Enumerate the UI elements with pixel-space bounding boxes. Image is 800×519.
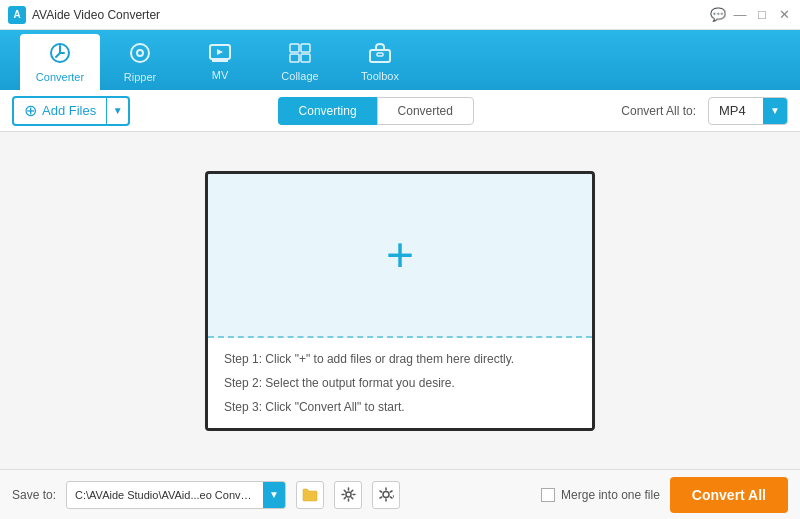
- nav-label-collage: Collage: [281, 70, 318, 82]
- merge-label: Merge into one file: [561, 488, 660, 502]
- save-to-label: Save to:: [12, 488, 56, 502]
- nav-item-ripper[interactable]: Ripper: [100, 34, 180, 90]
- step-3-text: Step 3: Click "Convert All" to start.: [224, 398, 576, 416]
- merge-checkbox[interactable]: [541, 488, 555, 502]
- nav-label-toolbox: Toolbox: [361, 70, 399, 82]
- nav-bar: Converter Ripper MV: [0, 30, 800, 90]
- convert-all-button[interactable]: Convert All: [670, 477, 788, 513]
- drop-zone[interactable]: + Step 1: Click "+" to add files or drag…: [205, 171, 595, 431]
- svg-rect-5: [290, 44, 299, 52]
- title-bar-left: A AVAide Video Converter: [8, 6, 160, 24]
- title-bar: A AVAide Video Converter 💬 — □ ✕: [0, 0, 800, 30]
- mv-icon: [209, 44, 231, 65]
- add-files-main[interactable]: ⊕ Add Files: [14, 98, 106, 124]
- maximize-icon[interactable]: □: [754, 7, 770, 23]
- collage-icon: [289, 43, 311, 66]
- svg-point-11: [346, 492, 351, 497]
- svg-text:▼: ▼: [391, 493, 394, 502]
- svg-rect-7: [290, 54, 299, 62]
- format-value: MP4: [709, 103, 763, 118]
- add-files-dropdown-arrow[interactable]: ▼: [106, 98, 128, 124]
- status-bar: Save to: C:\AVAide Studio\AVAid...eo Con…: [0, 469, 800, 519]
- nav-item-collage[interactable]: Collage: [260, 34, 340, 90]
- settings2-icon-btn[interactable]: ▼: [372, 481, 400, 509]
- add-files-label: Add Files: [42, 103, 96, 118]
- message-icon[interactable]: 💬: [710, 7, 726, 23]
- add-files-button[interactable]: ⊕ Add Files ▼: [12, 96, 130, 126]
- svg-point-1: [131, 44, 149, 62]
- app-title: AVAide Video Converter: [32, 8, 160, 22]
- toolbox-icon: [369, 43, 391, 66]
- step-1-text: Step 1: Click "+" to add files or drag t…: [224, 350, 576, 368]
- path-input[interactable]: C:\AVAide Studio\AVAid...eo Converter\Co…: [66, 481, 286, 509]
- tab-converted[interactable]: Converted: [377, 97, 474, 125]
- path-value: C:\AVAide Studio\AVAid...eo Converter\Co…: [67, 489, 263, 501]
- converter-icon: [49, 42, 71, 67]
- tab-converting[interactable]: Converting: [278, 97, 377, 125]
- svg-rect-6: [301, 44, 310, 52]
- main-content: + Step 1: Click "+" to add files or drag…: [0, 132, 800, 469]
- nav-item-toolbox[interactable]: Toolbox: [340, 34, 420, 90]
- nav-item-converter[interactable]: Converter: [20, 34, 100, 90]
- nav-label-mv: MV: [212, 69, 229, 81]
- svg-rect-10: [377, 53, 383, 56]
- convert-all-to-label: Convert All to:: [621, 104, 696, 118]
- svg-point-12: [383, 492, 389, 498]
- svg-point-2: [137, 50, 143, 56]
- format-dropdown-arrow[interactable]: ▼: [763, 98, 787, 124]
- nav-item-mv[interactable]: MV: [180, 34, 260, 90]
- path-dropdown-arrow[interactable]: ▼: [263, 482, 285, 508]
- settings-icon-btn[interactable]: [334, 481, 362, 509]
- plus-icon: +: [386, 231, 414, 279]
- close-icon[interactable]: ✕: [776, 7, 792, 23]
- tab-group: Converting Converted: [278, 97, 474, 125]
- drop-zone-bottom: Step 1: Click "+" to add files or drag t…: [208, 338, 592, 428]
- nav-label-ripper: Ripper: [124, 71, 156, 83]
- merge-checkbox-group: Merge into one file: [541, 488, 660, 502]
- toolbar: ⊕ Add Files ▼ Converting Converted Conve…: [0, 90, 800, 132]
- folder-icon-btn[interactable]: [296, 481, 324, 509]
- ripper-icon: [129, 42, 151, 67]
- add-icon: ⊕: [24, 101, 37, 120]
- format-select[interactable]: MP4 ▼: [708, 97, 788, 125]
- drop-zone-top[interactable]: +: [208, 174, 592, 338]
- step-2-text: Step 2: Select the output format you des…: [224, 374, 576, 392]
- svg-rect-8: [301, 54, 310, 62]
- title-bar-controls: 💬 — □ ✕: [710, 7, 792, 23]
- app-logo: A: [8, 6, 26, 24]
- nav-label-converter: Converter: [36, 71, 84, 83]
- minimize-icon[interactable]: —: [732, 7, 748, 23]
